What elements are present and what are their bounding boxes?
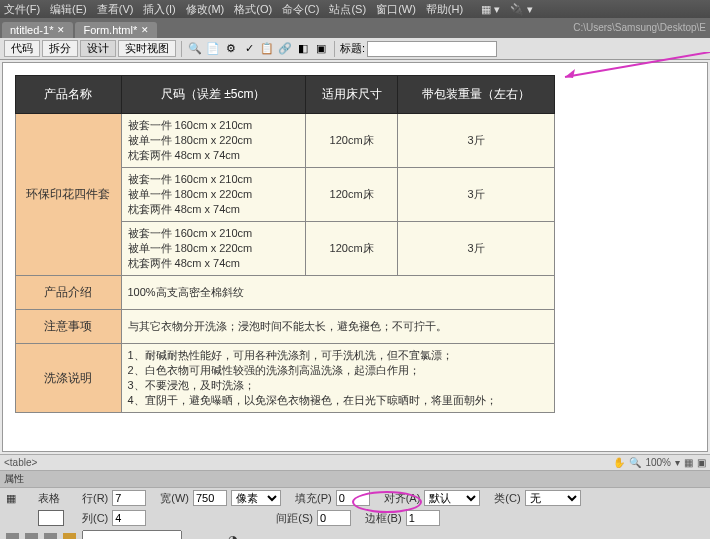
- cell-spec: 被套一件 160cm x 210cm被单一件 180cm x 220cm枕套两件…: [121, 114, 305, 168]
- cell-weight: 3斤: [398, 114, 555, 168]
- menu-command[interactable]: 命令(C): [282, 2, 319, 17]
- border-label: 边框(B): [365, 511, 402, 526]
- menu-bar: 文件(F) 编辑(E) 查看(V) 插入(I) 修改(M) 格式(O) 命令(C…: [0, 0, 710, 18]
- cell-wash: 1、耐碱耐热性能好，可用各种洗涤剂，可手洗机洗，但不宜氯漂；2、白色衣物可用碱性…: [121, 344, 555, 413]
- design-canvas[interactable]: 产品名称尺码（误差 ±5cm）适用床尺寸带包装重量（左右） 环保印花四件套被套一…: [2, 62, 708, 452]
- cell-notice-label: 注意事项: [16, 310, 122, 344]
- align-select[interactable]: 默认: [424, 490, 480, 506]
- tool-icon[interactable]: 📋: [259, 41, 275, 57]
- tool-icon[interactable]: [25, 533, 38, 539]
- cell-spec: 被套一件 160cm x 210cm被单一件 180cm x 220cm枕套两件…: [121, 168, 305, 222]
- space-label: 间距(S): [276, 511, 313, 526]
- tool-icon[interactable]: [63, 533, 76, 539]
- split-button[interactable]: 拆分: [42, 40, 78, 57]
- title-label: 标题:: [340, 41, 365, 56]
- menu-site[interactable]: 站点(S): [329, 2, 366, 17]
- pad-label: 填充(P): [295, 491, 332, 506]
- rows-input[interactable]: [112, 490, 146, 506]
- cell-intro: 100%高支高密全棉斜纹: [121, 276, 555, 310]
- menu-modify[interactable]: 修改(M): [186, 2, 225, 17]
- status-bar: <table> ✋🔍100%▾▦▣: [0, 454, 710, 470]
- tool-icon[interactable]: ◧: [295, 41, 311, 57]
- cell-weight: 3斤: [398, 222, 555, 276]
- tab-form[interactable]: Form.html*✕: [75, 22, 157, 38]
- panel-title: 属性: [0, 471, 710, 488]
- width-unit[interactable]: 像素: [231, 490, 281, 506]
- extra-input[interactable]: [82, 530, 182, 539]
- th-bed: 适用床尺寸: [305, 76, 397, 114]
- cell-bed: 120cm床: [305, 168, 397, 222]
- zoom-value[interactable]: 100%: [645, 457, 671, 468]
- tool-icon[interactable]: [44, 533, 57, 539]
- tool-icon[interactable]: ⚙: [223, 41, 239, 57]
- cell-notice: 与其它衣物分开洗涤；浸泡时间不能太长，避免褪色；不可拧干。: [121, 310, 555, 344]
- cell-product-name: 环保印花四件套: [16, 114, 122, 276]
- cell-weight: 3斤: [398, 168, 555, 222]
- tool-icon[interactable]: 🔍: [629, 457, 641, 468]
- tool-icon[interactable]: 🔗: [277, 41, 293, 57]
- border-input[interactable]: [406, 510, 440, 526]
- menu-view[interactable]: 查看(V): [97, 2, 134, 17]
- th-size: 尺码（误差 ±5cm）: [121, 76, 305, 114]
- cell-bed: 120cm床: [305, 222, 397, 276]
- tool-icon[interactable]: [6, 533, 19, 539]
- th-name: 产品名称: [16, 76, 122, 114]
- table-icon: ▦: [6, 492, 34, 505]
- product-table: 产品名称尺码（误差 ±5cm）适用床尺寸带包装重量（左右） 环保印花四件套被套一…: [15, 75, 555, 413]
- menu-format[interactable]: 格式(O): [234, 2, 272, 17]
- cell-bed: 120cm床: [305, 114, 397, 168]
- menu-window[interactable]: 窗口(W): [376, 2, 416, 17]
- tag-selector[interactable]: <table>: [4, 457, 37, 468]
- close-icon[interactable]: ✕: [141, 25, 149, 35]
- th-weight: 带包装重量（左右）: [398, 76, 555, 114]
- menu-insert[interactable]: 插入(I): [143, 2, 175, 17]
- cell-spec: 被套一件 160cm x 210cm被单一件 180cm x 220cm枕套两件…: [121, 222, 305, 276]
- color-swatch[interactable]: [38, 510, 64, 526]
- section-label: 表格: [38, 491, 78, 506]
- close-icon[interactable]: ✕: [57, 25, 65, 35]
- class-label: 类(C): [494, 491, 520, 506]
- file-path: C:\Users\Samsung\Desktop\E: [573, 22, 706, 33]
- title-input[interactable]: [367, 41, 497, 57]
- menu-edit[interactable]: 编辑(E): [50, 2, 87, 17]
- cell-wash-label: 洗涤说明: [16, 344, 122, 413]
- align-label: 对齐(A): [384, 491, 421, 506]
- properties-panel: 属性 ▦ 表格 行(R) 宽(W) 像素 填充(P) 对齐(A)默认 类(C)无…: [0, 470, 710, 539]
- extension-icon[interactable]: 🔌 ▾: [510, 3, 533, 16]
- cols-label: 列(C): [82, 511, 108, 526]
- width-input[interactable]: [193, 490, 227, 506]
- pad-input[interactable]: [336, 490, 370, 506]
- tool-icon[interactable]: ◔: [228, 533, 238, 539]
- width-label: 宽(W): [160, 491, 189, 506]
- design-button[interactable]: 设计: [80, 40, 116, 57]
- tool-icon[interactable]: 🔍: [187, 41, 203, 57]
- live-button[interactable]: 实时视图: [118, 40, 176, 57]
- menu-help[interactable]: 帮助(H): [426, 2, 463, 17]
- tool-icon[interactable]: ▣: [313, 41, 329, 57]
- rows-label: 行(R): [82, 491, 108, 506]
- code-button[interactable]: 代码: [4, 40, 40, 57]
- view-toolbar: 代码 拆分 设计 实时视图 🔍 📄 ⚙ ✓ 📋 🔗 ◧ ▣ 标题:: [0, 38, 710, 60]
- tool-icon[interactable]: ▦: [684, 457, 693, 468]
- tool-icon[interactable]: ✓: [241, 41, 257, 57]
- tool-icon[interactable]: ✋: [613, 457, 625, 468]
- space-input[interactable]: [317, 510, 351, 526]
- cols-input[interactable]: [112, 510, 146, 526]
- tool-icon[interactable]: 📄: [205, 41, 221, 57]
- cell-intro-label: 产品介绍: [16, 276, 122, 310]
- tab-untitled[interactable]: ntitled-1*✕: [2, 22, 73, 38]
- layout-icon[interactable]: ▦ ▾: [481, 3, 500, 16]
- class-select[interactable]: 无: [525, 490, 581, 506]
- tool-icon[interactable]: ▣: [697, 457, 706, 468]
- menu-file[interactable]: 文件(F): [4, 2, 40, 17]
